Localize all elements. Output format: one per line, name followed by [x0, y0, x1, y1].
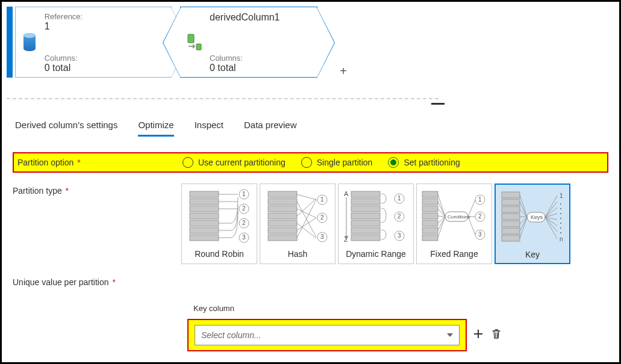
svg-rect-49 [422, 191, 438, 197]
fixed-range-icon: Conditions 123 [421, 188, 487, 245]
svg-text:A: A [344, 190, 349, 197]
svg-rect-64 [502, 192, 520, 198]
source-node[interactable]: Reference: 1 Columns: 0 total + [7, 7, 172, 78]
add-after-derived[interactable]: + [340, 64, 347, 78]
key-column-select[interactable]: Select column... [195, 325, 460, 345]
svg-rect-6 [190, 206, 219, 212]
svg-text:1: 1 [320, 196, 324, 203]
round-robin-icon: 1223 [186, 188, 252, 245]
source-ref-label: Reference: [45, 12, 167, 21]
svg-text:Conditions: Conditions [448, 214, 470, 220]
svg-text:2: 2 [398, 213, 401, 220]
panel-grip[interactable] [431, 103, 445, 105]
svg-point-77 [560, 213, 561, 214]
radio-dot-icon [183, 157, 193, 168]
svg-point-78 [560, 218, 561, 219]
derived-title: derivedColumn1 [210, 12, 313, 23]
svg-rect-68 [502, 221, 520, 227]
tile-dynamic-range[interactable]: A Z [338, 184, 414, 264]
tab-preview[interactable]: Data preview [244, 117, 297, 137]
tile-round-robin-label: Round Robin [184, 249, 254, 259]
partition-type-row: Partition type * [13, 184, 608, 264]
tile-dynamic-label: Dynamic Range [341, 249, 411, 259]
svg-rect-23 [268, 220, 297, 226]
tile-fixed-range[interactable]: Conditions 123 Fixed Range [416, 184, 492, 264]
svg-rect-53 [422, 220, 438, 226]
key-column-label: Key column [193, 304, 608, 313]
svg-rect-38 [351, 206, 380, 212]
tile-key[interactable]: Keys 1 n Key [495, 184, 570, 264]
svg-point-81 [560, 232, 561, 233]
svg-text:2: 2 [478, 213, 482, 220]
svg-text:1: 1 [478, 196, 482, 203]
svg-rect-20 [268, 199, 297, 205]
svg-rect-54 [422, 227, 438, 233]
svg-rect-65 [502, 199, 520, 205]
database-icon [16, 7, 43, 77]
tile-key-label: Key [498, 250, 567, 259]
svg-text:2: 2 [242, 220, 246, 226]
svg-text:3: 3 [478, 231, 482, 238]
source-cols-label: Columns: [45, 54, 167, 63]
svg-point-79 [560, 223, 561, 224]
unique-value-row: Unique value per partition * [13, 275, 608, 287]
trash-icon [491, 329, 501, 339]
derived-column-node[interactable]: derivedColumn1 Columns: 0 total + [180, 7, 317, 78]
svg-rect-37 [351, 199, 380, 205]
required-marker: * [63, 186, 69, 196]
partition-type-tiles: 1223 Round Robin [181, 184, 570, 264]
svg-rect-22 [268, 213, 297, 219]
svg-rect-8 [190, 220, 219, 226]
partition-option-group: Use current partitioning Single partitio… [183, 157, 460, 168]
tab-inspect[interactable]: Inspect [195, 117, 223, 137]
radio-use-current[interactable]: Use current partitioning [183, 157, 286, 168]
source-handle [7, 7, 13, 78]
partition-option-row: Partition option * Use current partition… [13, 152, 608, 173]
delete-key-column-button[interactable] [490, 329, 503, 342]
svg-text:n: n [560, 236, 563, 242]
svg-rect-4 [190, 191, 219, 197]
svg-rect-51 [422, 206, 438, 212]
svg-text:3: 3 [242, 234, 246, 241]
tile-hash[interactable]: 123 Hash [260, 184, 335, 264]
tile-round-robin[interactable]: 1223 Round Robin [181, 184, 257, 264]
dynamic-range-icon: A Z [343, 188, 409, 245]
svg-rect-50 [422, 199, 438, 205]
svg-point-80 [560, 227, 561, 229]
radio-single[interactable]: Single partition [301, 157, 373, 168]
svg-rect-19 [268, 191, 297, 197]
svg-text:2: 2 [320, 214, 324, 221]
add-key-column-button[interactable] [472, 329, 485, 342]
svg-text:1: 1 [242, 191, 246, 197]
svg-rect-1 [188, 34, 194, 43]
tab-settings[interactable]: Derived column's settings [15, 117, 117, 137]
hash-icon: 123 [264, 188, 331, 245]
svg-rect-7 [190, 213, 219, 219]
svg-rect-66 [502, 206, 520, 212]
svg-rect-21 [268, 206, 297, 212]
tab-optimize[interactable]: Optimize [138, 117, 173, 137]
key-column-placeholder: Select column... [201, 330, 261, 340]
tab-strip: Derived column's settings Optimize Inspe… [15, 117, 606, 137]
svg-rect-41 [351, 227, 380, 233]
svg-rect-36 [351, 191, 380, 197]
partition-type-label: Partition type [13, 186, 62, 196]
plus-icon [473, 329, 483, 339]
tile-hash-label: Hash [263, 249, 332, 259]
source-ref-value: 1 [45, 21, 167, 32]
svg-rect-10 [190, 235, 219, 241]
radio-set-label: Set partitioning [404, 158, 460, 167]
svg-rect-25 [268, 235, 297, 241]
svg-rect-3 [196, 44, 201, 50]
svg-text:3: 3 [320, 233, 324, 240]
svg-rect-40 [351, 220, 380, 226]
radio-set[interactable]: Set partitioning [388, 157, 460, 168]
tile-fixed-label: Fixed Range [419, 249, 489, 259]
required-marker: * [110, 277, 116, 287]
svg-text:1: 1 [560, 193, 563, 199]
svg-rect-67 [502, 214, 520, 220]
svg-text:2: 2 [242, 205, 246, 212]
svg-rect-70 [502, 235, 520, 241]
radio-dot-icon [301, 157, 312, 168]
svg-point-76 [560, 208, 561, 209]
